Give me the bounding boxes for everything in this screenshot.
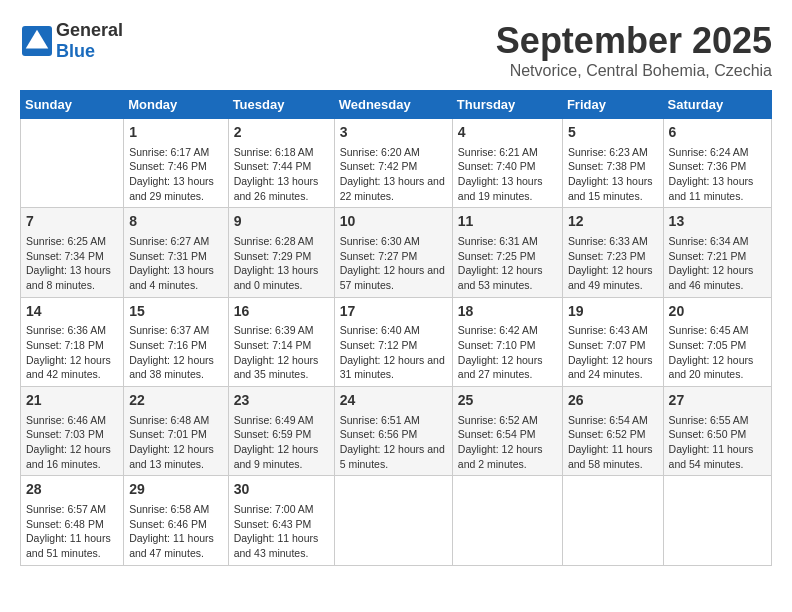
daylight-text: Daylight: 12 hours and 16 minutes. — [26, 442, 118, 471]
daylight-text: Daylight: 12 hours and 31 minutes. — [340, 353, 447, 382]
sunset-text: Sunset: 7:27 PM — [340, 249, 447, 264]
daylight-text: Daylight: 13 hours and 11 minutes. — [669, 174, 766, 203]
sunrise-text: Sunrise: 6:21 AM — [458, 145, 557, 160]
calendar-cell: 8Sunrise: 6:27 AMSunset: 7:31 PMDaylight… — [124, 208, 228, 297]
sunset-text: Sunset: 7:07 PM — [568, 338, 658, 353]
daylight-text: Daylight: 12 hours and 20 minutes. — [669, 353, 766, 382]
sunrise-text: Sunrise: 6:57 AM — [26, 502, 118, 517]
daylight-text: Daylight: 11 hours and 58 minutes. — [568, 442, 658, 471]
sunset-text: Sunset: 7:44 PM — [234, 159, 329, 174]
sunrise-text: Sunrise: 6:20 AM — [340, 145, 447, 160]
header: General Blue September 2025 Netvorice, C… — [20, 20, 772, 80]
daylight-text: Daylight: 12 hours and 49 minutes. — [568, 263, 658, 292]
calendar-cell: 30Sunrise: 7:00 AMSunset: 6:43 PMDayligh… — [228, 476, 334, 565]
calendar-cell — [452, 476, 562, 565]
sunrise-text: Sunrise: 6:33 AM — [568, 234, 658, 249]
calendar-cell: 20Sunrise: 6:45 AMSunset: 7:05 PMDayligh… — [663, 297, 771, 386]
sunset-text: Sunset: 7:29 PM — [234, 249, 329, 264]
sunrise-text: Sunrise: 6:37 AM — [129, 323, 222, 338]
day-number: 15 — [129, 302, 222, 322]
sunrise-text: Sunrise: 6:52 AM — [458, 413, 557, 428]
daylight-text: Daylight: 12 hours and 24 minutes. — [568, 353, 658, 382]
calendar-cell: 5Sunrise: 6:23 AMSunset: 7:38 PMDaylight… — [562, 119, 663, 208]
calendar-cell — [663, 476, 771, 565]
sunset-text: Sunset: 7:14 PM — [234, 338, 329, 353]
daylight-text: Daylight: 13 hours and 26 minutes. — [234, 174, 329, 203]
header-day: Friday — [562, 91, 663, 119]
sunset-text: Sunset: 7:21 PM — [669, 249, 766, 264]
calendar-cell: 14Sunrise: 6:36 AMSunset: 7:18 PMDayligh… — [21, 297, 124, 386]
day-number: 26 — [568, 391, 658, 411]
sunset-text: Sunset: 6:52 PM — [568, 427, 658, 442]
calendar-cell: 19Sunrise: 6:43 AMSunset: 7:07 PMDayligh… — [562, 297, 663, 386]
day-number: 22 — [129, 391, 222, 411]
calendar-week-row: 21Sunrise: 6:46 AMSunset: 7:03 PMDayligh… — [21, 387, 772, 476]
calendar-cell: 15Sunrise: 6:37 AMSunset: 7:16 PMDayligh… — [124, 297, 228, 386]
day-number: 5 — [568, 123, 658, 143]
sunrise-text: Sunrise: 6:23 AM — [568, 145, 658, 160]
day-number: 4 — [458, 123, 557, 143]
calendar-week-row: 28Sunrise: 6:57 AMSunset: 6:48 PMDayligh… — [21, 476, 772, 565]
sunrise-text: Sunrise: 6:42 AM — [458, 323, 557, 338]
day-number: 27 — [669, 391, 766, 411]
daylight-text: Daylight: 11 hours and 54 minutes. — [669, 442, 766, 471]
sunset-text: Sunset: 6:43 PM — [234, 517, 329, 532]
daylight-text: Daylight: 12 hours and 53 minutes. — [458, 263, 557, 292]
calendar-table: SundayMondayTuesdayWednesdayThursdayFrid… — [20, 90, 772, 566]
header-day: Sunday — [21, 91, 124, 119]
calendar-cell: 17Sunrise: 6:40 AMSunset: 7:12 PMDayligh… — [334, 297, 452, 386]
sunset-text: Sunset: 7:46 PM — [129, 159, 222, 174]
calendar-cell: 23Sunrise: 6:49 AMSunset: 6:59 PMDayligh… — [228, 387, 334, 476]
sunrise-text: Sunrise: 6:18 AM — [234, 145, 329, 160]
sunset-text: Sunset: 7:42 PM — [340, 159, 447, 174]
calendar-week-row: 1Sunrise: 6:17 AMSunset: 7:46 PMDaylight… — [21, 119, 772, 208]
sunrise-text: Sunrise: 6:54 AM — [568, 413, 658, 428]
calendar-cell: 27Sunrise: 6:55 AMSunset: 6:50 PMDayligh… — [663, 387, 771, 476]
sunset-text: Sunset: 6:48 PM — [26, 517, 118, 532]
calendar-cell: 25Sunrise: 6:52 AMSunset: 6:54 PMDayligh… — [452, 387, 562, 476]
logo-icon — [22, 26, 52, 56]
sunset-text: Sunset: 6:56 PM — [340, 427, 447, 442]
daylight-text: Daylight: 11 hours and 43 minutes. — [234, 531, 329, 560]
calendar-cell — [562, 476, 663, 565]
calendar-cell: 22Sunrise: 6:48 AMSunset: 7:01 PMDayligh… — [124, 387, 228, 476]
sunset-text: Sunset: 7:36 PM — [669, 159, 766, 174]
day-number: 19 — [568, 302, 658, 322]
sunrise-text: Sunrise: 6:25 AM — [26, 234, 118, 249]
calendar-cell: 6Sunrise: 6:24 AMSunset: 7:36 PMDaylight… — [663, 119, 771, 208]
header-day: Thursday — [452, 91, 562, 119]
sunset-text: Sunset: 7:03 PM — [26, 427, 118, 442]
sunrise-text: Sunrise: 6:51 AM — [340, 413, 447, 428]
daylight-text: Daylight: 12 hours and 27 minutes. — [458, 353, 557, 382]
day-number: 23 — [234, 391, 329, 411]
day-number: 14 — [26, 302, 118, 322]
sunrise-text: Sunrise: 6:30 AM — [340, 234, 447, 249]
sunset-text: Sunset: 7:16 PM — [129, 338, 222, 353]
calendar-cell: 28Sunrise: 6:57 AMSunset: 6:48 PMDayligh… — [21, 476, 124, 565]
calendar-cell: 18Sunrise: 6:42 AMSunset: 7:10 PMDayligh… — [452, 297, 562, 386]
day-number: 3 — [340, 123, 447, 143]
calendar-cell: 3Sunrise: 6:20 AMSunset: 7:42 PMDaylight… — [334, 119, 452, 208]
daylight-text: Daylight: 11 hours and 47 minutes. — [129, 531, 222, 560]
calendar-cell: 4Sunrise: 6:21 AMSunset: 7:40 PMDaylight… — [452, 119, 562, 208]
day-number: 25 — [458, 391, 557, 411]
daylight-text: Daylight: 12 hours and 35 minutes. — [234, 353, 329, 382]
day-number: 29 — [129, 480, 222, 500]
sunset-text: Sunset: 7:18 PM — [26, 338, 118, 353]
day-number: 17 — [340, 302, 447, 322]
sunrise-text: Sunrise: 6:24 AM — [669, 145, 766, 160]
sunset-text: Sunset: 6:50 PM — [669, 427, 766, 442]
day-number: 20 — [669, 302, 766, 322]
daylight-text: Daylight: 13 hours and 4 minutes. — [129, 263, 222, 292]
sunset-text: Sunset: 6:59 PM — [234, 427, 329, 442]
logo: General Blue — [20, 20, 123, 62]
sunrise-text: Sunrise: 6:28 AM — [234, 234, 329, 249]
daylight-text: Daylight: 12 hours and 5 minutes. — [340, 442, 447, 471]
title-area: September 2025 Netvorice, Central Bohemi… — [496, 20, 772, 80]
daylight-text: Daylight: 12 hours and 46 minutes. — [669, 263, 766, 292]
day-number: 8 — [129, 212, 222, 232]
day-number: 12 — [568, 212, 658, 232]
sunrise-text: Sunrise: 6:31 AM — [458, 234, 557, 249]
daylight-text: Daylight: 13 hours and 15 minutes. — [568, 174, 658, 203]
calendar-cell: 16Sunrise: 6:39 AMSunset: 7:14 PMDayligh… — [228, 297, 334, 386]
